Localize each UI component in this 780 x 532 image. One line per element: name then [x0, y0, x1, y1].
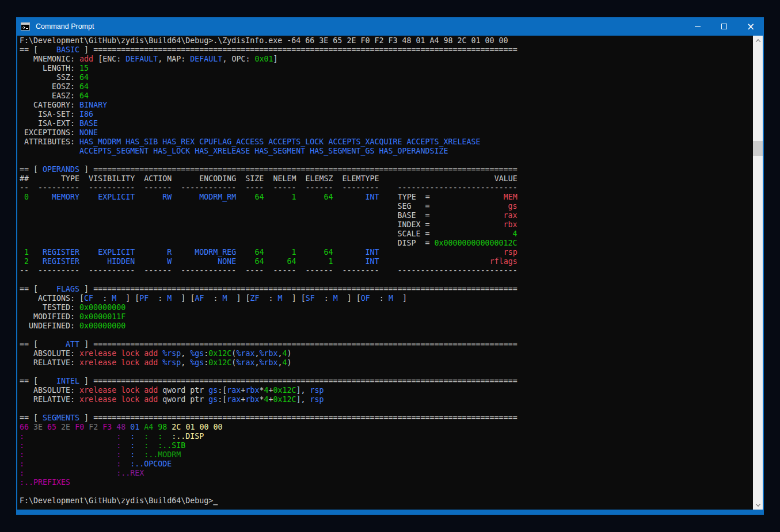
terminal-line: ATTRIBUTES: HAS_MODRM HAS_SIB HAS_REX CP…: [20, 137, 753, 147]
cmd-icon-cursor: [26, 28, 28, 29]
cmd-icon-prompt-chevron: [22, 26, 25, 29]
console[interactable]: F:\Development\GitHub\zydis\Build64\Debu…: [17, 36, 763, 510]
terminal-line: 1 REGISTER EXPLICIT R MODRM_REG 64 1 64 …: [20, 248, 753, 257]
terminal-line: ISA-SET: I86: [20, 110, 753, 119]
terminal-line: ISA-EXT: BASE: [20, 119, 753, 128]
terminal-line: 0 MEMORY EXPLICIT RW MODRM_RM 64 1 64 IN…: [20, 193, 753, 202]
terminal-line: : : :..OPCODE: [20, 460, 753, 469]
terminal-line: ABSOLUTE: xrelease lock add qword ptr gs…: [20, 386, 753, 395]
chevron-up-icon: [755, 39, 760, 44]
scroll-up-button[interactable]: [753, 36, 763, 45]
terminal-line: ## TYPE VISIBILITY ACTION ENCODING SIZE …: [20, 174, 753, 183]
terminal-line: == [ FLAGS ] ===========================…: [20, 285, 753, 294]
terminal-line: ACTIONS: [CF : M ] [PF : M ] [AF : M ] […: [20, 294, 753, 303]
command-prompt-window: Command Prompt × F:\Development\GitHub\z…: [16, 17, 764, 515]
terminal-line: :..PREFIXES: [20, 478, 753, 487]
terminal-line: EOSZ: 64: [20, 82, 753, 91]
terminal-line: : : : : :..SIB: [20, 441, 753, 450]
terminal-line: : :..REX: [20, 469, 753, 478]
terminal-line: EXCEPTIONS: NONE: [20, 128, 753, 137]
terminal-line: 2 REGISTER HIDDEN W NONE 64 64 1 INT rfl…: [20, 257, 753, 266]
cmd-icon: [21, 22, 30, 30]
terminal-line: SEG = gs: [20, 202, 753, 211]
terminal-line: EASZ: 64: [20, 91, 753, 101]
terminal-line: [20, 331, 753, 340]
terminal-line: CATEGORY: BINARY: [20, 101, 753, 110]
close-button[interactable]: ×: [737, 17, 764, 36]
terminal-line: F:\Development\GitHub\zydis\Build64\Debu…: [20, 496, 753, 506]
terminal-line: == [ OPERANDS ] ========================…: [20, 165, 753, 174]
terminal-line: INDEX = rbx: [20, 220, 753, 229]
terminal-line: == [ BASIC ] ===========================…: [20, 45, 753, 55]
terminal-line: MNEMONIC: add [ENC: DEFAULT, MAP: DEFAUL…: [20, 55, 753, 64]
terminal-line: BASE = rax: [20, 211, 753, 220]
window-title: Command Prompt: [36, 22, 684, 30]
terminal-line: ACCEPTS_SEGMENT HAS_LOCK HAS_XRELEASE HA…: [20, 147, 753, 156]
terminal-line: [20, 487, 753, 496]
terminal-line: F:\Development\GitHub\zydis\Build64\Debu…: [20, 36, 753, 45]
scrollbar[interactable]: [753, 36, 763, 510]
terminal-line: DISP = 0x000000000000012C: [20, 239, 753, 248]
terminal-line: ABSOLUTE: xrelease lock add %rsp, %gs:0x…: [20, 349, 753, 358]
terminal-line: SSZ: 64: [20, 73, 753, 82]
terminal-line: [20, 368, 753, 377]
maximize-icon: [721, 24, 727, 29]
maximize-button[interactable]: [711, 17, 737, 36]
terminal-line: == [ SEGMENTS ] ========================…: [20, 414, 753, 423]
terminal-line: : : : : : :..DISP: [20, 432, 753, 441]
minimize-icon: [695, 26, 701, 27]
scroll-down-button[interactable]: [753, 500, 763, 510]
minimize-button[interactable]: [684, 17, 711, 36]
cmd-icon-titlebar: [21, 23, 29, 25]
terminal-line: [20, 156, 753, 165]
terminal-line: 66 3E 65 2E F0 F2 F3 48 01 A4 98 2C 01 0…: [20, 423, 753, 432]
terminal-line: LENGTH: 15: [20, 64, 753, 73]
terminal-line: -- --------- ---------- ------ ---------…: [20, 183, 753, 193]
terminal-line: -- --------- ---------- ------ ---------…: [20, 266, 753, 275]
terminal-line: TESTED: 0x00000000: [20, 303, 753, 312]
terminal-line: RELATIVE: xrelease lock add %rsp, %gs:0x…: [20, 358, 753, 368]
terminal-line: == [ INTEL ] ===========================…: [20, 377, 753, 386]
terminal-output[interactable]: F:\Development\GitHub\zydis\Build64\Debu…: [17, 36, 753, 510]
titlebar[interactable]: Command Prompt ×: [16, 17, 764, 36]
terminal-line: == [ ATT ] =============================…: [20, 340, 753, 349]
terminal-line: [20, 404, 753, 414]
terminal-line: : : : :..MODRM: [20, 450, 753, 460]
terminal-line: SCALE = 4: [20, 229, 753, 239]
scroll-thumb[interactable]: [753, 141, 763, 156]
terminal-line: UNDEFINED: 0x00000000: [20, 322, 753, 331]
close-icon: ×: [747, 22, 755, 32]
terminal-line: RELATIVE: xrelease lock add qword ptr gs…: [20, 395, 753, 404]
terminal-line: MODIFIED: 0x0000011F: [20, 312, 753, 322]
terminal-line: [20, 275, 753, 285]
chevron-down-icon: [755, 502, 760, 506]
caption-buttons: ×: [684, 17, 764, 36]
